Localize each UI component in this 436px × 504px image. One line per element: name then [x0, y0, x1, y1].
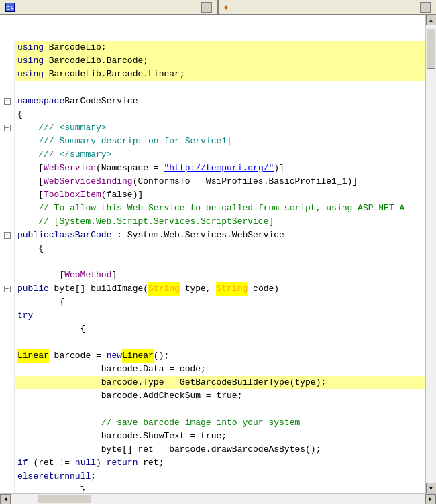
line-gutter-23	[0, 349, 15, 363]
line-26: barcode.AddCheckSum = true;	[0, 389, 425, 403]
line-gutter-0	[0, 41, 15, 54]
line-content-32: else return null;	[15, 470, 425, 483]
csharp-icon: C#	[5, 3, 15, 12]
tab1[interactable]: C#	[0, 0, 218, 14]
line-content-26: barcode.AddCheckSum = true;	[15, 389, 425, 403]
line-content-5: {	[15, 108, 425, 121]
scroll-left-btn[interactable]: ◄	[0, 494, 11, 505]
line-12: // To allow this Web Service to be calle…	[0, 202, 425, 215]
line-content-29: barcode.ShowText = true;	[15, 430, 425, 443]
line-gutter-25	[0, 376, 15, 389]
line-content-7: /// Summary description for Service1|	[15, 135, 425, 148]
line-2: using BarcodeLib.Barcode.Linear;	[0, 68, 425, 81]
line-content-21: {	[15, 322, 425, 336]
line-gutter-30	[0, 443, 15, 456]
collapse-icon-14[interactable]: −	[4, 232, 11, 239]
line-gutter-12	[0, 202, 15, 215]
editor-wrapper: using BarcodeLib;using BarcodeLib.Barcod…	[0, 15, 436, 493]
scrollbar-track[interactable]	[426, 25, 436, 483]
line-gutter-1	[0, 54, 15, 68]
line-content-31: if (ret != null) return ret;	[15, 456, 425, 470]
line-6: − /// <summary>	[0, 121, 425, 135]
line-27	[0, 403, 425, 416]
line-content-16	[15, 255, 425, 269]
line-gutter-14[interactable]: −	[0, 229, 15, 242]
line-21: {	[0, 322, 425, 336]
line-32: else return null;	[0, 470, 425, 483]
line-25: barcode.Type = GetBarcodeBuilderType(typ…	[0, 376, 425, 389]
method-icon: ♦	[224, 3, 233, 12]
scroll-right-btn[interactable]: ►	[425, 494, 436, 505]
line-content-14: public class BarCode : System.Web.Servic…	[15, 229, 425, 242]
line-gutter-10	[0, 175, 15, 188]
scroll-thumb-h[interactable]	[38, 495, 91, 503]
line-11: [ToolboxItem(false)]	[0, 188, 425, 202]
line-content-0: using BarcodeLib;	[15, 41, 425, 54]
collapse-icon-4[interactable]: −	[4, 98, 11, 105]
line-gutter-5	[0, 108, 15, 121]
line-content-18: public byte[] buildImage(String type, St…	[15, 282, 425, 296]
line-1: using BarcodeLib.Barcode;	[0, 54, 425, 68]
line-gutter-29	[0, 430, 15, 443]
line-content-1: using BarcodeLib.Barcode;	[15, 54, 425, 68]
code-area: using BarcodeLib;using BarcodeLib.Barcod…	[0, 15, 425, 493]
line-content-30: byte[] ret = barcode.drawBarcodeAsBytes(…	[15, 443, 425, 456]
line-gutter-28	[0, 416, 15, 430]
scroll-track-h[interactable]	[11, 494, 425, 504]
collapse-icon-6[interactable]: −	[4, 125, 11, 131]
scroll-up-btn[interactable]: ▲	[426, 15, 437, 25]
tab2[interactable]: ♦	[218, 0, 436, 14]
line-content-33: }	[15, 483, 425, 493]
line-content-13: // [System.Web.Script.Services.ScriptSer…	[15, 215, 425, 229]
line-content-22	[15, 336, 425, 349]
line-gutter-20	[0, 309, 15, 322]
line-24: barcode.Data = code;	[0, 363, 425, 376]
line-31: if (ret != null) return ret;	[0, 456, 425, 470]
line-gutter-18[interactable]: −	[0, 282, 15, 296]
line-content-3	[15, 81, 425, 94]
line-content-12: // To allow this Web Service to be calle…	[15, 202, 425, 215]
line-content-28: // save barcode image into your system	[15, 416, 425, 430]
line-gutter-17	[0, 269, 15, 282]
line-gutter-26	[0, 389, 15, 403]
line-content-23: Linear barcode = new Linear();	[15, 349, 425, 363]
line-gutter-4[interactable]: −	[0, 94, 15, 108]
scroll-down-btn[interactable]: ▼	[426, 483, 437, 493]
line-content-20: try	[15, 309, 425, 322]
line-content-19: {	[15, 296, 425, 309]
line-content-10: [WebServiceBinding(ConformsTo = WsiProfi…	[15, 175, 425, 188]
code-content: using BarcodeLib;using BarcodeLib.Barcod…	[0, 15, 425, 493]
bottom-scrollbar: ◄ ►	[0, 493, 436, 504]
right-scrollbar: ▲ ▼	[425, 15, 436, 493]
title-bar: C# ♦	[0, 0, 436, 15]
line-9: [WebService(Namespace = "http://tempuri.…	[0, 162, 425, 175]
line-7: /// Summary description for Service1|	[0, 135, 425, 148]
line-gutter-2	[0, 68, 15, 81]
line-10: [WebServiceBinding(ConformsTo = WsiProfi…	[0, 175, 425, 188]
code-scroll[interactable]: using BarcodeLib;using BarcodeLib.Barcod…	[0, 15, 425, 493]
line-15: {	[0, 242, 425, 255]
line-gutter-9	[0, 162, 15, 175]
line-content-6: /// <summary>	[15, 121, 425, 135]
line-gutter-21	[0, 322, 15, 336]
line-gutter-32	[0, 470, 15, 483]
line-gutter-19	[0, 296, 15, 309]
line-gutter-11	[0, 188, 15, 202]
line-content-8: /// </summary>	[15, 148, 425, 162]
line-gutter-3	[0, 81, 15, 94]
tab2-dropdown[interactable]	[420, 2, 431, 13]
line-0: using BarcodeLib;	[0, 41, 425, 54]
line-30: byte[] ret = barcode.drawBarcodeAsBytes(…	[0, 443, 425, 456]
line-content-17: [WebMethod]	[15, 269, 425, 282]
line-gutter-6[interactable]: −	[0, 121, 15, 135]
line-4: −namespace BarCodeService	[0, 94, 425, 108]
collapse-icon-18[interactable]: −	[4, 286, 11, 292]
line-content-25: barcode.Type = GetBarcodeBuilderType(typ…	[15, 376, 425, 389]
line-gutter-22	[0, 336, 15, 349]
tab1-dropdown[interactable]	[201, 2, 212, 13]
line-19: {	[0, 296, 425, 309]
line-29: barcode.ShowText = true;	[0, 430, 425, 443]
line-content-2: using BarcodeLib.Barcode.Linear;	[15, 68, 425, 81]
line-gutter-31	[0, 456, 15, 470]
scrollbar-thumb[interactable]	[427, 29, 435, 69]
